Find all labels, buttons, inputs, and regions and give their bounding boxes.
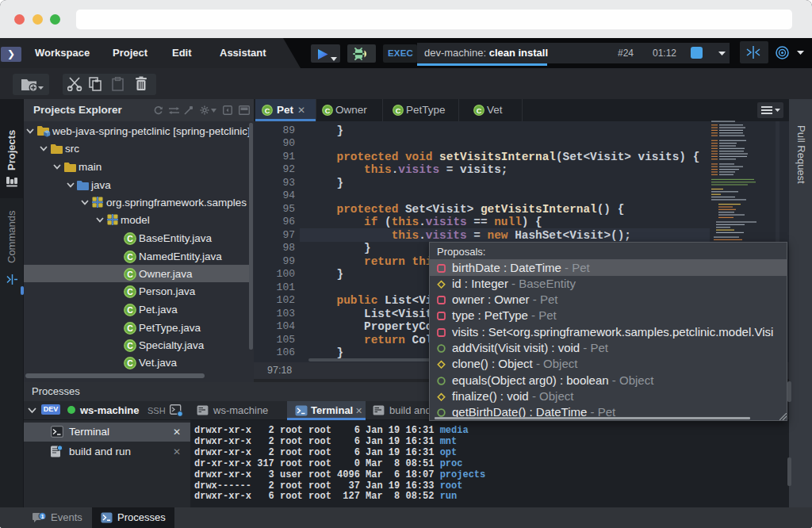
svg-text:C: C xyxy=(127,323,133,333)
svg-text:C: C xyxy=(127,287,133,297)
svg-text:C: C xyxy=(127,341,133,350)
svg-text:C: C xyxy=(127,234,133,243)
svg-text:C: C xyxy=(265,107,270,115)
svg-text:C: C xyxy=(127,270,133,279)
svg-text:C: C xyxy=(396,107,401,115)
svg-text:C: C xyxy=(477,107,482,115)
svg-text:C: C xyxy=(127,252,133,262)
svg-text:C: C xyxy=(127,358,133,368)
svg-text:C: C xyxy=(127,305,133,315)
svg-text:1: 1 xyxy=(40,513,44,520)
svg-text:C: C xyxy=(325,107,331,115)
